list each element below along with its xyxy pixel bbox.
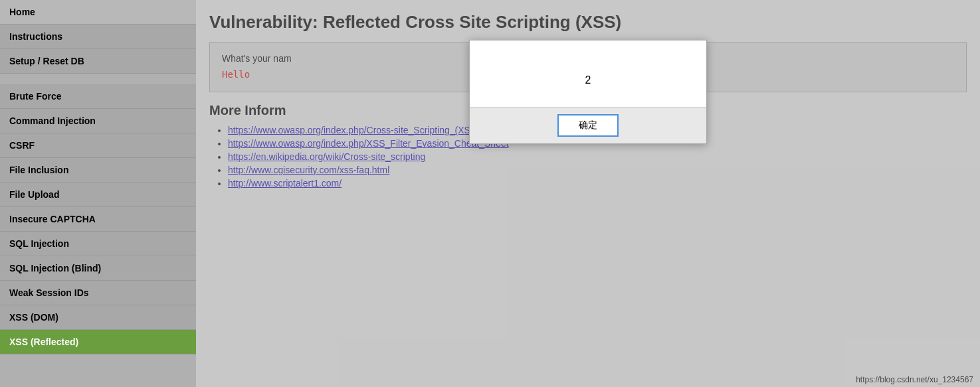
modal-body: 2 <box>470 40 706 107</box>
sidebar-item-instructions[interactable]: Instructions <box>0 25 196 49</box>
sidebar-item-csrf[interactable]: CSRF <box>0 133 196 158</box>
sidebar: Home Instructions Setup / Reset DB Brute… <box>0 0 196 387</box>
main-content: Vulnerability: Reflected Cross Site Scri… <box>196 0 980 387</box>
sidebar-item-sql-injection-blind[interactable]: SQL Injection (Blind) <box>0 256 196 281</box>
sidebar-item-insecure-captcha[interactable]: Insecure CAPTCHA <box>0 207 196 232</box>
sidebar-item-file-upload[interactable]: File Upload <box>0 183 196 207</box>
alert-dialog: 2 确定 <box>469 40 707 144</box>
sidebar-item-command-injection[interactable]: Command Injection <box>0 109 196 133</box>
sidebar-item-weak-session-ids[interactable]: Weak Session IDs <box>0 281 196 305</box>
modal-ok-button[interactable]: 确定 <box>557 114 619 137</box>
modal-overlay: 2 确定 <box>196 0 980 387</box>
sidebar-item-file-inclusion[interactable]: File Inclusion <box>0 158 196 183</box>
sidebar-item-sql-injection[interactable]: SQL Injection <box>0 232 196 256</box>
sidebar-item-brute-force[interactable]: Brute Force <box>0 84 196 109</box>
sidebar-item-setup-reset-db[interactable]: Setup / Reset DB <box>0 49 196 74</box>
modal-value: 2 <box>585 74 591 86</box>
sidebar-item-home[interactable]: Home <box>0 0 196 25</box>
modal-footer: 确定 <box>470 107 706 143</box>
sidebar-item-xss-dom[interactable]: XSS (DOM) <box>0 305 196 330</box>
sidebar-spacer <box>0 74 196 84</box>
sidebar-item-xss-reflected[interactable]: XSS (Reflected) <box>0 330 196 354</box>
